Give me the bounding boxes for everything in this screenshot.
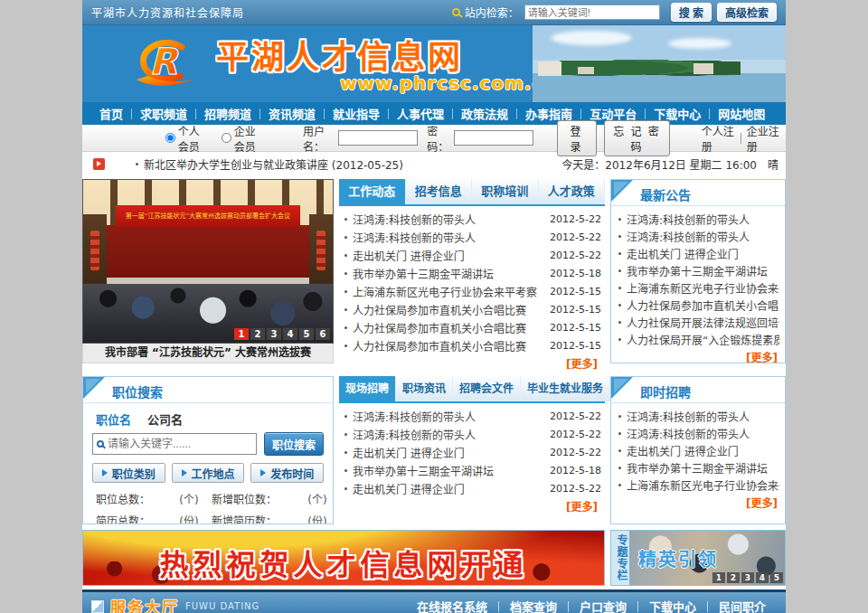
filter-category-button[interactable]: 职位类别 <box>92 463 165 483</box>
photo-pillar <box>83 214 107 292</box>
link-download-center[interactable]: 下载中心 <box>638 598 707 613</box>
forgot-password-button[interactable]: 忘 记 密 码 <box>604 120 671 156</box>
service-hall-title[interactable]: 服务大厅 <box>110 595 179 613</box>
list-item: 人力社保局开展“入企锻炼提素质” <box>618 331 779 348</box>
nav-item-sitemap[interactable]: 网站地图 <box>710 105 773 122</box>
link-private-agency[interactable]: 民间职介 <box>708 598 777 613</box>
more-link-announcements[interactable]: [更多] <box>611 348 785 363</box>
job-search-button[interactable]: 职位搜索 <box>264 432 324 456</box>
pager-4[interactable]: 4 <box>283 328 297 340</box>
personal-radio-input[interactable] <box>165 133 175 143</box>
pager-4[interactable]: 4 <box>756 572 769 583</box>
content-row-2: 职位搜索 职位名 公司名 职位搜索 职位类别 工作地点 发布时间 <box>82 376 786 524</box>
stat-label: 简历总数： <box>96 513 166 524</box>
register-personal-link[interactable]: 个人注册 <box>702 123 735 154</box>
site-logo[interactable]: R <box>129 34 203 92</box>
news-ticker: 新北区举办大学生创业与就业政策讲座 (2012-05-25) 今天是：2012年… <box>82 152 786 175</box>
register-company-link[interactable]: 企业注册 <box>747 123 780 154</box>
photo-banner-text: 第一届“江苏技能状元”大赛常州选拔赛动员部署会扩大会议 <box>116 205 300 227</box>
tab-onsite-recruit[interactable]: 现场招聘 <box>339 376 396 401</box>
member-personal-radio[interactable]: 个人会员 <box>165 123 209 154</box>
job-stats: 职位总数： (个) 新增职位数： (个) 简历总数： (份) 新增简历数： (份… <box>92 491 324 524</box>
pager-5[interactable]: 5 <box>770 572 783 583</box>
arrow-right-icon <box>102 469 108 476</box>
nav-item-policy[interactable]: 政策法规 <box>453 105 516 122</box>
list-item: 汪鸿涛:科技创新的带头人 <box>618 408 779 425</box>
elite-banner-title: 精英引领 <box>638 545 718 571</box>
instant-recruit-panel: 即时招聘 汪鸿涛:科技创新的带头人 汪鸿涛:科技创新的带头人 走出机关门 进得企… <box>610 376 786 524</box>
cloud-shape <box>551 31 632 45</box>
member-company-radio[interactable]: 企业会员 <box>222 123 265 154</box>
link-archive-query[interactable]: 档案查询 <box>499 598 568 613</box>
site-search-input[interactable] <box>524 5 660 20</box>
tab-position-name[interactable]: 职位名 <box>96 410 131 428</box>
celebration-banner[interactable]: 热烈祝贺人才信息网开通 <box>82 530 605 586</box>
nav-item-guidance[interactable]: 就业指导 <box>325 105 388 122</box>
tab-jobfair-files[interactable]: 招聘会文件 <box>453 376 521 401</box>
job-filters: 职位类别 工作地点 发布时间 <box>92 463 324 483</box>
elite-pager: 1 2 3 4 5 <box>712 572 783 583</box>
ticker-news-link[interactable]: 新北区举办大学生创业与就业政策讲座 (2012-05-25) <box>144 156 403 172</box>
pager-3[interactable]: 3 <box>267 328 281 340</box>
nav-item-hr-agency[interactable]: 人事代理 <box>389 105 452 122</box>
list-item: 走出机关门 进得企业门2012-5-22 <box>344 479 601 497</box>
link-online-registration[interactable]: 在线报名系统 <box>406 598 498 613</box>
nav-item-recruit[interactable]: 招聘频道 <box>196 105 259 122</box>
more-link-recruit-news[interactable]: [更多] <box>339 497 605 514</box>
tab-title-training[interactable]: 职称培训 <box>472 179 539 204</box>
site-title: 平湖人才信息网 <box>216 31 463 78</box>
pager-2[interactable]: 2 <box>727 572 740 583</box>
login-button[interactable]: 登 录 <box>557 120 597 156</box>
photo-table <box>107 278 309 284</box>
tab-work-news[interactable]: 工作动态 <box>339 179 406 204</box>
special-column-label: 专题专栏 <box>611 531 629 585</box>
tab-talent-policy[interactable]: 人才政策 <box>539 179 606 204</box>
advanced-search-button[interactable]: 高级检索 <box>717 3 777 22</box>
pager-2[interactable]: 2 <box>250 328 265 340</box>
more-link-work-news[interactable]: [更多] <box>339 354 605 371</box>
tab-career-info[interactable]: 职场资讯 <box>396 376 453 401</box>
password-field[interactable] <box>454 130 533 146</box>
tab-graduate-services[interactable]: 毕业生就业服务 <box>521 376 610 401</box>
filter-date-button[interactable]: 发布时间 <box>250 463 324 483</box>
agency-name: 平湖市人力资源和社会保障局 <box>91 5 244 20</box>
tab-exam-info[interactable]: 招考信息 <box>406 179 473 204</box>
news-photo[interactable]: 第一届“江苏技能状元”大赛常州选拔赛动员部署会扩大会议 1 2 3 4 5 6 <box>82 179 334 344</box>
list-item: 人力社保局参加市直机关小合唱比赛2012-5-15 <box>344 336 601 354</box>
stat-unit: (个) <box>295 491 334 506</box>
list-item: 上海浦东新区光电子行业协会来平考 <box>618 476 779 494</box>
nav-item-home[interactable]: 首页 <box>91 105 131 122</box>
username-field[interactable] <box>338 130 418 146</box>
pager-6[interactable]: 6 <box>316 328 330 340</box>
pager-1[interactable]: 1 <box>712 572 725 583</box>
site-search-button[interactable]: 搜 索 <box>671 3 712 22</box>
nav-item-news[interactable]: 资讯频道 <box>260 105 324 122</box>
photo-slideshow: 第一届“江苏技能状元”大赛常州选拔赛动员部署会扩大会议 1 2 3 4 5 6 … <box>82 179 334 363</box>
svg-text:R: R <box>149 41 179 82</box>
instant-recruit-list: 汪鸿涛:科技创新的带头人 汪鸿涛:科技创新的带头人 走出机关门 进得企业门 我市… <box>611 403 785 494</box>
more-link-instant-recruit[interactable]: [更多] <box>611 494 785 510</box>
announcements-list: 汪鸿涛:科技创新的带头人 汪鸿涛:科技创新的带头人 走出机关门 进得企业门 我市… <box>611 206 785 348</box>
recruit-news-tabbar: 现场招聘 职场资讯 招聘会文件 毕业生就业服务 <box>339 376 605 403</box>
stat-unit: (个) <box>166 491 212 506</box>
filter-location-button[interactable]: 工作地点 <box>172 463 245 483</box>
service-links: 在线报名系统 档案查询 户口查询 下载中心 民间职介 <box>406 598 777 613</box>
link-household-query[interactable]: 户口查询 <box>569 598 637 613</box>
banner-photo <box>533 25 786 102</box>
photo-caption[interactable]: 我市部署 “江苏技能状元” 大赛常州选拔赛 <box>82 344 334 363</box>
list-item: 人力社保局参加市直机关小合唱比赛2012-5-15 <box>344 300 601 318</box>
pager-5[interactable]: 5 <box>299 328 314 340</box>
pager-3[interactable]: 3 <box>741 572 754 583</box>
pager-1[interactable]: 1 <box>234 328 249 340</box>
recruit-news-list: 汪鸿涛:科技创新的带头人2012-5-22 汪鸿涛:科技创新的带头人2012-5… <box>339 403 605 497</box>
ad-banner-row: 热烈祝贺人才信息网开通 专题专栏 精英引领 1 2 3 4 5 <box>82 530 786 586</box>
special-column-banner[interactable]: 专题专栏 精英引领 1 2 3 4 5 <box>610 530 786 586</box>
corner-triangle-icon <box>611 180 633 202</box>
announcements-title: 最新公告 <box>640 185 691 203</box>
company-radio-input[interactable] <box>222 133 231 143</box>
top-bar: 平湖市人力资源和社会保障局 站内检索： 搜 索 高级检索 <box>82 0 786 25</box>
tab-company-name[interactable]: 公司名 <box>147 410 183 428</box>
job-keyword-input[interactable] <box>108 438 252 450</box>
list-item: 汪鸿涛:科技创新的带头人2012-5-22 <box>344 407 601 425</box>
nav-item-jobseek[interactable]: 求职频道 <box>132 105 195 122</box>
